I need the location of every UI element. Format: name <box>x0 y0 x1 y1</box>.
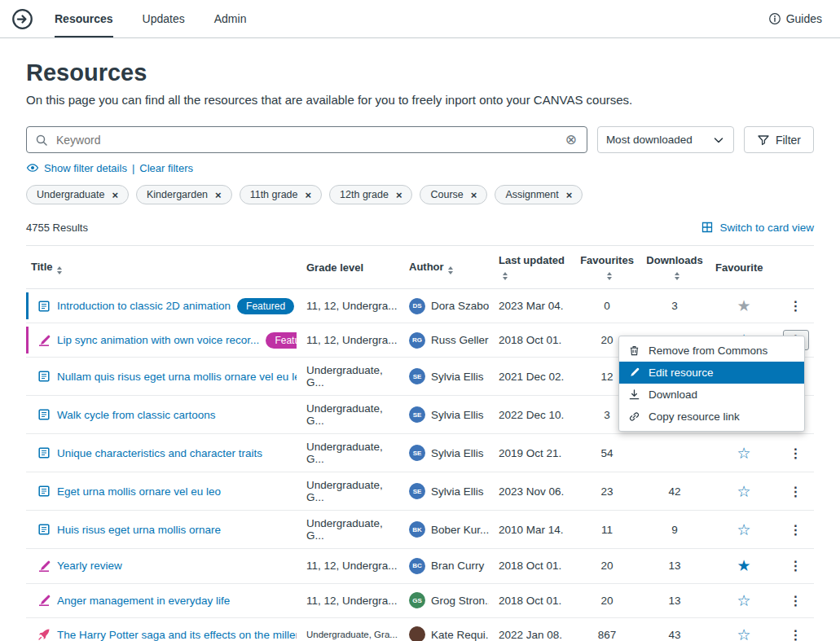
avatar: RG <box>409 332 425 349</box>
author-name: Russ Geller <box>431 334 489 346</box>
chip-12th-grade[interactable]: 12th grade× <box>329 185 412 204</box>
favourites-count: 23 <box>575 472 639 511</box>
avatar: SE <box>409 445 425 461</box>
favourites-count: 20 <box>575 583 639 617</box>
remove-chip-icon[interactable]: × <box>471 190 477 200</box>
avatar: SE <box>409 483 425 499</box>
grade-level-cell: 11, 12, Undergra... <box>301 323 404 358</box>
clear-filters-link[interactable]: Clear filters <box>139 162 193 174</box>
filter-links: Show filter details | Clear filters <box>26 161 814 174</box>
switch-to-card-view-link[interactable]: Switch to card view <box>701 221 814 234</box>
chip-course[interactable]: Course× <box>420 185 487 204</box>
resource-title-link[interactable]: Huis risus eget urna mollis ornare <box>57 524 221 536</box>
favourites-count: 867 <box>575 617 639 641</box>
author-name: Sylvia Ellis <box>431 371 484 383</box>
avatar: SE <box>409 368 425 384</box>
avatar: SE <box>409 406 425 423</box>
rocket-icon <box>37 628 51 641</box>
downloads-count <box>639 434 710 472</box>
resource-title-link[interactable]: Walk cycle from classic cartoons <box>57 409 216 421</box>
remove-chip-icon[interactable]: × <box>306 190 312 200</box>
avatar: BC <box>409 558 425 574</box>
resource-title-link[interactable]: Yearly review <box>57 560 122 572</box>
featured-badge: Featured <box>266 332 297 349</box>
guides-label: Guides <box>786 12 822 25</box>
assignment-icon <box>37 334 51 347</box>
chip-11th-grade[interactable]: 11th grade× <box>240 185 322 204</box>
favourite-star-icon[interactable]: ☆ <box>737 627 750 641</box>
table-row: Yearly review 11, 12, Undergra... BCBran… <box>26 549 814 583</box>
table-row: Anger management in everyday life 11, 12… <box>26 583 814 617</box>
resource-title-link[interactable]: Introduction to classic 2D animation <box>57 300 231 312</box>
document-icon <box>37 300 51 313</box>
funnel-icon <box>757 134 770 147</box>
favourite-star-icon[interactable]: ☆ <box>737 593 750 608</box>
download-icon <box>628 389 640 401</box>
featured-badge: Featured <box>237 298 294 314</box>
row-actions-kebab-icon[interactable]: ⋮ <box>783 555 809 576</box>
resource-title-link[interactable]: Anger management in everyday life <box>57 595 230 607</box>
favourites-count: 0 <box>575 289 639 323</box>
author-name: Sylvia Ellis <box>431 485 484 498</box>
row-actions-kebab-icon[interactable]: ⋮ <box>783 591 809 611</box>
sort-icon <box>503 272 508 280</box>
chip-kindergarden[interactable]: Kindergarden× <box>136 185 232 204</box>
favourite-star-icon[interactable]: ★ <box>737 558 750 573</box>
remove-chip-icon[interactable]: × <box>112 190 118 200</box>
document-icon <box>37 485 51 498</box>
row-actions-kebab-icon[interactable]: ⋮ <box>783 443 809 463</box>
commons-logo-icon[interactable] <box>11 8 33 30</box>
column-header-title[interactable]: Title <box>26 246 301 289</box>
favourite-star-icon[interactable]: ☆ <box>737 446 750 461</box>
row-actions-kebab-icon[interactable]: ⋮ <box>783 520 809 540</box>
chip-assignment[interactable]: Assignment× <box>495 185 583 204</box>
table-row: The Harry Potter saga and its effects on… <box>26 617 814 641</box>
grade-level-cell: Undergraduate, G... <box>301 511 404 549</box>
grade-level-cell: 11, 12, Undergra... <box>301 549 404 583</box>
menu-item-remove-from-commons[interactable]: Remove from Commons <box>619 340 804 362</box>
search-input[interactable] <box>55 133 557 147</box>
row-actions-kebab-icon[interactable]: ⋮ <box>783 481 809 502</box>
last-updated-cell: 2018 Oct 01. <box>494 549 575 583</box>
nav-item-admin[interactable]: Admin <box>214 0 247 37</box>
nav-item-resources[interactable]: Resources <box>55 0 113 37</box>
column-header-author[interactable]: Author <box>404 246 494 289</box>
guides-link[interactable]: Guides <box>768 12 822 25</box>
resource-title-link[interactable]: Unique characteristics and character tra… <box>57 447 262 459</box>
resource-title-link[interactable]: Nullam quis risus eget urna mollis ornar… <box>57 371 297 383</box>
row-actions-kebab-icon[interactable]: ⋮ <box>783 625 809 641</box>
row-actions-kebab-icon[interactable]: ⋮ <box>783 296 809 316</box>
nav-item-updates[interactable]: Updates <box>143 0 185 37</box>
resource-title-link[interactable]: Lip sync animation with own voice recor.… <box>57 334 259 346</box>
resource-title-link[interactable]: Eget urna mollis ornare vel eu leo <box>57 485 221 498</box>
table-row: Unique characteristics and character tra… <box>26 434 814 472</box>
chip-undergraduate[interactable]: Undergraduate× <box>26 185 129 204</box>
remove-chip-icon[interactable]: × <box>566 190 573 200</box>
column-header-downloads[interactable]: Downloads <box>639 246 710 289</box>
resource-title-link[interactable]: The Harry Potter saga and its effects on… <box>57 629 297 641</box>
last-updated-cell: 2018 Oct 01. <box>494 583 575 617</box>
clear-search-icon[interactable]: ⊗ <box>564 133 578 147</box>
remove-chip-icon[interactable]: × <box>396 190 402 200</box>
avatar: DS <box>409 298 425 314</box>
menu-item-copy-resource-link[interactable]: Copy resource link <box>619 406 804 428</box>
table-row: Eget urna mollis ornare vel eu leo Under… <box>26 472 814 511</box>
sort-icon <box>607 272 612 280</box>
show-filter-details-link[interactable]: Show filter details <box>44 162 127 174</box>
filter-button[interactable]: Filter <box>744 126 814 153</box>
author-name: Sylvia Ellis <box>431 409 484 421</box>
author-name: Dora Szabo <box>431 300 489 312</box>
menu-item-download[interactable]: Download <box>619 384 804 406</box>
favourite-star-icon[interactable]: ☆ <box>737 484 750 499</box>
grade-level-cell: Undergraduate, G... <box>301 434 404 472</box>
favourites-count: 20 <box>575 549 639 583</box>
remove-chip-icon[interactable]: × <box>215 190 222 200</box>
favourite-star-icon[interactable]: ☆ <box>737 522 750 538</box>
column-header-last-updated[interactable]: Last updated <box>494 246 575 289</box>
info-icon <box>768 12 781 25</box>
menu-item-edit-resource[interactable]: Edit resource <box>619 362 804 384</box>
search-toolbar: ⊗ Most downloaded Filter <box>26 126 814 153</box>
column-header-favourites[interactable]: Favourites <box>575 246 639 289</box>
sort-select[interactable]: Most downloaded <box>597 126 734 153</box>
favourite-star-icon[interactable]: ★ <box>737 298 750 314</box>
